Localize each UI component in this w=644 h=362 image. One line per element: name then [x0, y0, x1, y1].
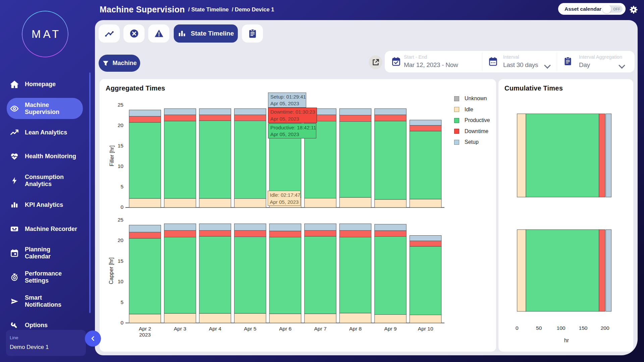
svg-text:Capper [hr]: Capper [hr]: [108, 257, 114, 284]
svg-text:15: 15: [118, 258, 123, 264]
svg-text:5: 5: [120, 184, 123, 189]
svg-text:Apr 4: Apr 4: [209, 326, 221, 331]
svg-text:0: 0: [120, 320, 123, 325]
svg-text:Apr 9: Apr 9: [384, 326, 397, 331]
svg-text:0: 0: [120, 204, 123, 210]
svg-text:20: 20: [118, 237, 124, 243]
svg-text:Apr 10: Apr 10: [418, 326, 433, 331]
svg-text:50: 50: [536, 325, 542, 331]
svg-text:Apr 6: Apr 6: [279, 326, 291, 331]
svg-text:Apr 8: Apr 8: [349, 326, 362, 331]
svg-text:Filler [hr]: Filler [hr]: [109, 145, 115, 166]
svg-text:0: 0: [516, 325, 519, 331]
svg-text:200: 200: [601, 325, 609, 331]
svg-text:25: 25: [118, 102, 123, 108]
svg-text:10: 10: [118, 279, 124, 284]
svg-text:100: 100: [557, 325, 566, 331]
svg-text:150: 150: [579, 325, 588, 331]
svg-text:5: 5: [120, 299, 123, 305]
svg-text:20: 20: [118, 122, 124, 128]
svg-text:15: 15: [118, 143, 123, 148]
svg-text:hr: hr: [564, 338, 569, 343]
svg-text:Apr 7: Apr 7: [314, 326, 326, 331]
svg-text:Apr 3: Apr 3: [174, 326, 186, 331]
svg-text:2023: 2023: [139, 332, 151, 338]
svg-text:25: 25: [118, 217, 123, 223]
svg-text:Apr 5: Apr 5: [244, 326, 256, 331]
svg-text:10: 10: [118, 163, 124, 169]
svg-text:Apr 2: Apr 2: [139, 326, 151, 331]
